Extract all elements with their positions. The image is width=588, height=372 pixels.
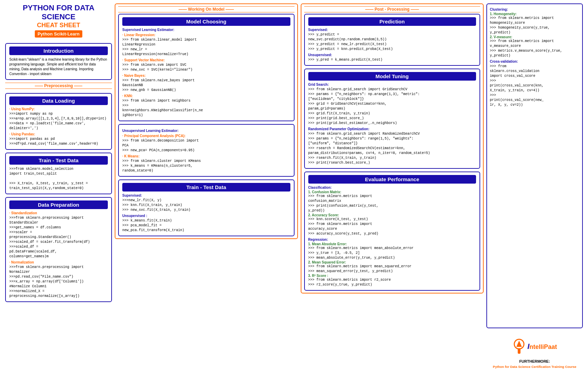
model-choosing-box: Model Choosing Supervised Learning Estim… xyxy=(118,14,295,121)
working-label: —— Working On Model —— xyxy=(118,6,295,12)
column-2: —— Working On Model —— Model Choosing Su… xyxy=(115,3,298,369)
linear-reg-label: · Linear Regression: xyxy=(122,33,290,37)
kmeans-label: · K Means: xyxy=(122,154,290,158)
classification-label: Classification: xyxy=(308,186,476,189)
prediction-header: Prediction xyxy=(308,17,476,26)
r2-code: >>> from sklearn.metrics import r2_score… xyxy=(308,278,476,287)
evaluate-header: Evaluate Performance xyxy=(308,175,476,184)
mse-code: >>> from sklearn.metrics import mean_squ… xyxy=(308,264,476,274)
accuracy-code: >>> knn.score(X_test, y_test) >>> from s… xyxy=(308,217,476,236)
logo-ntelliPaat-text: ntelliPaat xyxy=(529,343,557,350)
standardization-label: · Standardization xyxy=(9,211,108,215)
homogeneity-code: >>> from sklearn.metrics import homogene… xyxy=(490,16,579,35)
kmeans-code: >>> from sklearn.cluster import KMeans >… xyxy=(122,159,290,173)
train-test-2-header: Train - Test Data xyxy=(122,183,290,192)
grid-code: >>> from sklearn.grid_search import Grid… xyxy=(308,87,476,126)
naive-code: >>> from sklearn.naive_bayes import Gaus… xyxy=(122,78,290,93)
introduction-header: Introduction xyxy=(9,46,108,55)
scikit-badge: Python Scikit-Learn xyxy=(35,30,82,38)
knn-label: · KNN: xyxy=(122,94,290,98)
r2-label: 3. R² Score : xyxy=(308,274,476,278)
column-1: PYTHON FOR DATA SCIENCE CHEAT SHEET Pyth… xyxy=(5,3,112,369)
model-tuning-box: Model Tuning Grid Search: >>> from sklea… xyxy=(304,69,481,169)
pandas-code: >>>import pandas as pd >>>df=pd.read_csv… xyxy=(9,137,108,146)
mae-code: >>> from sklearn.metrics import mean_abs… xyxy=(308,246,476,260)
normalization-code: >>>from sklearn.preprocessing import Nor… xyxy=(9,265,108,299)
evaluate-box: Evaluate Performance Classification: 1. … xyxy=(304,172,481,291)
vmeasure-num: 2. V-measure: xyxy=(490,35,579,39)
random-code: >>> from sklearn.grid_search import Rand… xyxy=(308,132,476,165)
introduction-body: Scikit-learn:"sklearn" is a machine lear… xyxy=(9,57,108,76)
supervised-label: Supervised Learning Estimator: xyxy=(122,28,290,32)
model-tuning-header: Model Tuning xyxy=(308,72,476,81)
crossval-code: >>> from sklearn.cross_validation import… xyxy=(490,64,579,107)
standardization-code: >>>from sklearn.preprocessing import Sta… xyxy=(9,216,108,259)
svm-code: >>> from sklearn.svm import SVC >>> new_… xyxy=(122,63,290,72)
confusion-label: 1. Confusion Matrix: xyxy=(308,190,476,194)
regression-label: Regression: xyxy=(308,238,476,241)
data-prep-box: Data Preparation · Standardization >>>fr… xyxy=(5,197,112,302)
intellipaat-logo: IntelliPaat xyxy=(512,338,557,355)
homogeneity-num: 1. Homogeneity: xyxy=(490,12,579,16)
train-test-box: Train - Test Data >>>from sklearn.model_… xyxy=(5,153,112,194)
svg-marker-1 xyxy=(516,341,522,347)
furthermore-label: FURTHERMORE: xyxy=(519,359,550,363)
grid-label: Grid Search: xyxy=(308,83,476,86)
random-label: Randomized Parameter Optimization: xyxy=(308,127,476,131)
data-loading-header: Data Loading xyxy=(9,96,108,105)
working-model-section: —— Working On Model —— Model Choosing Su… xyxy=(115,3,298,239)
intellipaat-icon xyxy=(512,338,526,355)
subtitle: CHEAT SHEET xyxy=(5,22,112,29)
confusion-code: >>> from sklearn.metrics import confusio… xyxy=(308,194,476,213)
train-unsupervised-code: >>> k_means.fit(X_train) >>> pca_model_f… xyxy=(122,218,290,233)
train-test-code: >>>from sklearn.model_selection import t… xyxy=(9,167,108,191)
pred-unsupervised-label: Unsupervised: xyxy=(308,53,476,57)
post-label: —— Post - Processing —— xyxy=(304,6,481,12)
accuracy-label: 2. Accuracy Score: xyxy=(308,213,476,217)
post-processing-section: —— Post - Processing —— Prediction Super… xyxy=(301,3,484,293)
clustering-label: Clustering: xyxy=(490,8,579,11)
pca-code: >>> from sklearn.decomposition import PC… xyxy=(122,138,290,153)
train-test-header: Train - Test Data xyxy=(9,156,108,165)
furthermore-link[interactable]: Python for Data Science Certification Tr… xyxy=(493,365,576,369)
data-prep-header: Data Preparation xyxy=(9,200,108,209)
naive-label: · Naive Bayes: xyxy=(122,74,290,78)
clustering-box: Clustering: 1. Homogeneity: >>> from skl… xyxy=(486,3,583,328)
column-4: Clustering: 1. Homogeneity: >>> from skl… xyxy=(486,3,583,369)
prediction-box: Prediction Supervised: >>> y_predict = n… xyxy=(304,14,481,66)
logo-area: IntelliPaat FURTHERMORE: Python for Data… xyxy=(486,334,583,369)
main-title: PYTHON FOR DATA SCIENCE xyxy=(5,3,112,22)
unsupervised-box: Unsupervised Learning Estimator: · Princ… xyxy=(118,124,295,177)
pred-supervised-code: >>> y_predict = new_svc.predict(np.rando… xyxy=(308,32,476,52)
column-3: —— Post - Processing —— Prediction Super… xyxy=(301,3,484,369)
knn-code: >>> from sklearn import neighbors >>> kn… xyxy=(122,99,290,118)
pandas-label: · Using Pandas: xyxy=(9,132,108,136)
train-supervised-code: >>>new_lr.fit(X, y) >>> knn.fit(X_train,… xyxy=(122,198,290,213)
train-test-2-box: Train - Test Data Supervised: >>>new_lr.… xyxy=(118,179,295,236)
pred-supervised-label: Supervised: xyxy=(308,28,476,32)
numpy-code: >>>import numpy as np >>>a=np.array([[1,… xyxy=(9,112,108,131)
mse-label: 2. Mean Squared Error: xyxy=(308,260,476,264)
numpy-label: · Using NumPy: xyxy=(9,107,108,111)
train-unsupervised-label: Unsupervised : xyxy=(122,214,290,218)
preprocessing-label: —— Preprocessing —— xyxy=(5,83,112,89)
linear-reg-code: >>> from sklearn.linear_model import Lin… xyxy=(122,38,290,57)
pca-label: · Principal Component Analysis (PCA): xyxy=(122,134,290,138)
introduction-box: Introduction Scikit-learn:"sklearn" is a… xyxy=(5,43,112,80)
pred-unsupervised-code: >>> y_pred = k_means.predict(X_test) xyxy=(308,58,476,62)
data-loading-box: Data Loading · Using NumPy: >>>import nu… xyxy=(5,93,112,150)
mae-label: 1. Mean Absolute Error: xyxy=(308,242,476,246)
model-choosing-header: Model Choosing xyxy=(122,17,290,26)
vmeasure-code: >>> from sklearn.metrics import v_measur… xyxy=(490,39,579,58)
normalization-label: · Normalization xyxy=(9,260,108,264)
train-supervised-label: Supervised: xyxy=(122,194,290,197)
unsupervised-estimator-label: Unsupervised Learning Estimator: xyxy=(122,129,290,133)
crossval-label: Cross-validation: xyxy=(490,60,579,63)
svm-label: · Support Vector Machine: xyxy=(122,58,290,62)
title-block: PYTHON FOR DATA SCIENCE CHEAT SHEET Pyth… xyxy=(5,3,112,39)
svg-rect-2 xyxy=(518,348,520,354)
